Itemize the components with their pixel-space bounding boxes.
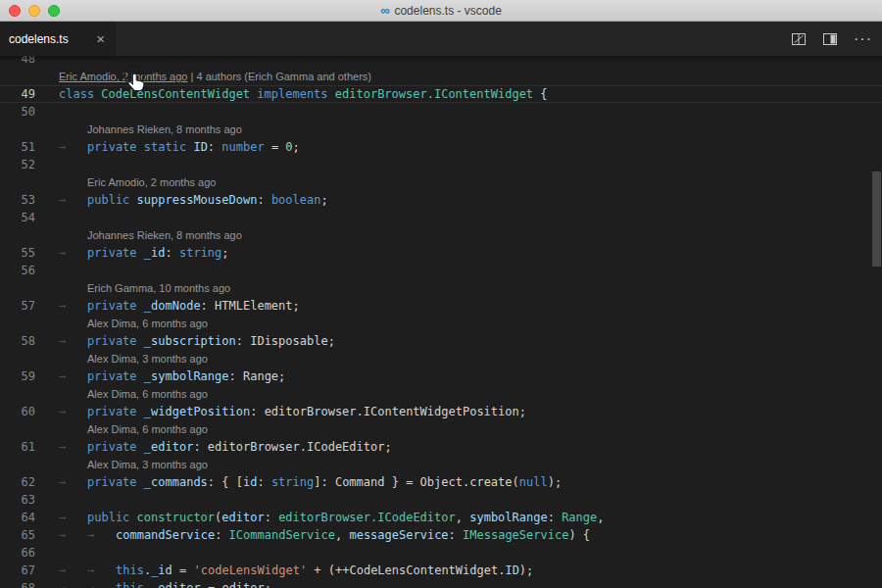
code-line-50[interactable]: 50 <box>0 103 882 121</box>
code-token: : IDisposable; <box>236 334 335 348</box>
codelens-blame-link[interactable]: Alex Dima, 6 months ago <box>87 318 208 329</box>
tab-whitespace-arrow-icon: → <box>87 562 116 579</box>
code-token: , <box>597 511 604 524</box>
codelens-blame-link[interactable]: Johannes Rieken, 8 months ago <box>87 229 242 241</box>
code-token: private <box>87 369 137 383</box>
toggle-editor-layout-icon[interactable] <box>822 31 838 47</box>
code-line-65[interactable]: 65→→commandService: ICommandService, mes… <box>0 526 882 544</box>
code-line-52[interactable]: 52 <box>0 156 882 173</box>
code-line-48[interactable]: 48 <box>0 56 882 68</box>
codelens-blame-link[interactable]: Alex Dima, 3 months ago <box>87 459 208 470</box>
code-line-56[interactable]: 56 <box>0 262 882 279</box>
code-token: : <box>257 193 270 207</box>
code-text <box>59 103 882 121</box>
code-token <box>137 440 144 454</box>
scrollbar[interactable] <box>871 112 882 588</box>
window-title: ∞ codelens.ts - vscode <box>380 4 502 18</box>
code-text: →private _symbolRange: Range; <box>59 368 882 385</box>
line-number <box>0 121 59 138</box>
code-token <box>137 246 144 260</box>
codelens-text-line: Johannes Rieken, 8 months ago <box>59 226 882 244</box>
code-token <box>328 87 335 101</box>
code-line-64[interactable]: 64→public constructor(editor: editorBrow… <box>0 509 882 526</box>
code-token: this <box>116 581 144 588</box>
code-text: →private _editor: editorBrowser.ICodeEdi… <box>59 438 882 456</box>
code-text: →→commandService: ICommandService, messa… <box>59 526 882 544</box>
code-token: _commands <box>144 475 208 489</box>
code-line-55[interactable]: 55→private _id: string; <box>0 244 882 262</box>
line-number <box>0 385 59 403</box>
code-token: ; <box>320 193 327 207</box>
code-line-51[interactable]: 51→private static ID: number = 0; <box>0 138 882 156</box>
codelens-blame-link[interactable]: Alex Dima, 6 months ago <box>87 388 208 400</box>
codelens-blame-link[interactable]: Alex Dima, 6 months ago <box>87 423 208 435</box>
editor-content: 48Eric Amodio, 2 months ago | 4 authors … <box>0 56 882 588</box>
codelens-row: Alex Dima, 6 months ago <box>0 385 882 403</box>
codelens-blame-link[interactable]: 4 authors (Erich Gamma and others) <box>196 71 371 82</box>
code-line-54[interactable]: 54 <box>0 209 882 226</box>
minimize-window-button[interactable] <box>28 5 40 17</box>
line-number: 61 <box>0 438 59 456</box>
code-token: : <box>265 511 278 524</box>
code-line-62[interactable]: 62→private _commands: { [id: string]: Co… <box>0 473 882 491</box>
code-token: messageService <box>349 528 448 542</box>
line-number: 66 <box>0 544 59 562</box>
code-token: : { [ <box>208 475 243 489</box>
tab-whitespace-arrow-icon: → <box>59 244 87 262</box>
scrollbar-thumb[interactable] <box>872 172 881 267</box>
code-token: _id <box>151 564 172 577</box>
code-token: ); <box>548 475 562 489</box>
code-token: ) { <box>568 528 590 542</box>
code-line-60[interactable]: 60→private _widgetPosition: editorBrowse… <box>0 403 882 420</box>
code-line-59[interactable]: 59→private _symbolRange: Range; <box>0 368 882 385</box>
tab-codelens-ts[interactable]: codelens.ts × <box>0 22 116 56</box>
close-window-button[interactable] <box>9 5 21 17</box>
line-number <box>0 420 59 438</box>
codelens-text-line: Erich Gamma, 10 months ago <box>59 279 882 297</box>
tab-label: codelens.ts <box>9 32 94 46</box>
line-number <box>0 279 59 297</box>
codelens-blame-link[interactable]: Erich Gamma, 10 months ago <box>87 282 230 294</box>
line-number: 64 <box>0 509 59 526</box>
codelens-blame-link[interactable]: Eric Amodio, 2 months ago <box>59 71 187 82</box>
code-line-53[interactable]: 53→public suppressMouseDown: boolean; <box>0 191 882 209</box>
line-number <box>0 315 59 332</box>
code-line-66[interactable]: 66 <box>0 544 882 562</box>
code-line-57[interactable]: 57→private _domNode: HTMLElement; <box>0 297 882 315</box>
code-token: editorBrowser.ICodeEditor <box>278 511 456 524</box>
code-line-67[interactable]: 67→→this._id = 'codeLensWidget' + (++Cod… <box>0 562 882 579</box>
code-text: →private _subscription: IDisposable; <box>59 332 882 350</box>
code-line-68[interactable]: 68→→this._editor = editor; <box>0 579 882 588</box>
split-editor-icon[interactable] <box>791 31 807 47</box>
code-token: private <box>87 299 137 313</box>
code-line-61[interactable]: 61→private _editor: editorBrowser.ICodeE… <box>0 438 882 456</box>
line-number: 68 <box>0 579 59 588</box>
code-token: = <box>201 581 222 588</box>
code-line-63[interactable]: 63 <box>0 491 882 509</box>
code-text <box>59 209 882 226</box>
more-actions-icon[interactable]: ··· <box>854 30 872 48</box>
codelens-blame-link[interactable]: Eric Amodio, 2 months ago <box>87 176 216 188</box>
code-token: _domNode <box>144 299 201 313</box>
code-token <box>137 405 144 418</box>
codelens-text-line: Alex Dima, 6 months ago <box>59 315 882 332</box>
titlebar: ∞ codelens.ts - vscode <box>0 0 882 22</box>
line-number: 62 <box>0 473 59 491</box>
code-token: editor; <box>221 581 271 588</box>
line-number: 56 <box>0 262 59 279</box>
code-line-58[interactable]: 58→private _subscription: IDisposable; <box>0 332 882 350</box>
close-tab-icon[interactable]: × <box>94 31 107 46</box>
code-token: null <box>519 475 548 489</box>
code-text: →public constructor(editor: editorBrowse… <box>59 509 882 526</box>
code-token: static <box>144 140 186 154</box>
code-line-49[interactable]: 49class CodeLensContentWidget implements… <box>0 85 882 103</box>
codelens-blame-link[interactable]: Alex Dima, 3 months ago <box>87 353 208 365</box>
code-token: this <box>116 564 144 577</box>
code-token: ]: Command } = Object. <box>314 475 469 489</box>
codelens-row: Eric Amodio, 2 months ago | 4 authors (E… <box>0 68 882 85</box>
code-token: private <box>87 405 137 418</box>
codelens-blame-link[interactable]: Johannes Rieken, 8 months ago <box>87 123 242 135</box>
code-token: { <box>533 87 547 101</box>
code-token: implements <box>257 87 327 101</box>
zoom-window-button[interactable] <box>48 5 60 17</box>
